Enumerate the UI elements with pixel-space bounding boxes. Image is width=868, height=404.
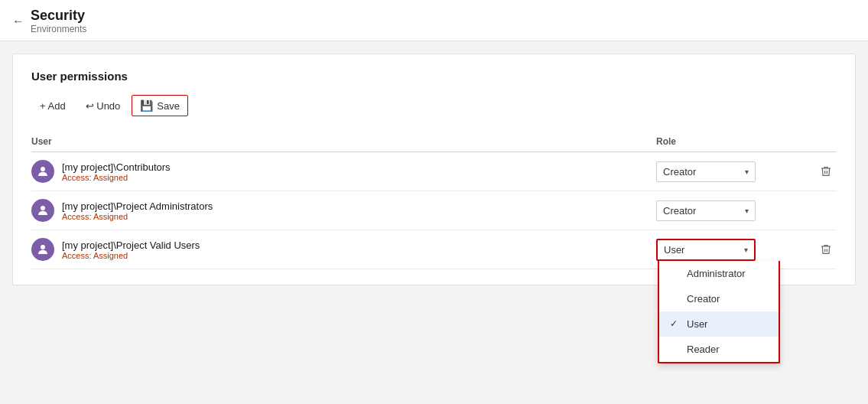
toolbar: + Add ↩ Undo 💾 Save	[31, 95, 837, 116]
undo-label: ↩ Undo	[86, 100, 121, 112]
dropdown-item-creator[interactable]: Creator	[659, 286, 779, 311]
chevron-down-icon: ▾	[744, 246, 748, 254]
role-cell: Creator ▾	[656, 161, 809, 182]
save-icon: 💾	[140, 99, 153, 112]
check-icon: ✓	[670, 318, 681, 329]
save-label: Save	[157, 100, 180, 112]
table-row: [my project]\Project Administrators Acce…	[31, 191, 837, 230]
delete-button-1[interactable]	[815, 161, 837, 182]
user-cell: [my project]\Project Administrators Acce…	[31, 199, 656, 222]
user-access: Access: Assigned	[62, 173, 171, 182]
header-text: Security Environments	[31, 8, 86, 34]
add-button[interactable]: + Add	[31, 96, 74, 116]
chevron-down-icon: ▾	[745, 207, 749, 215]
dropdown-option-label: Creator	[687, 293, 720, 305]
col-role-header: Role	[656, 136, 809, 147]
dropdown-item-administrator[interactable]: Administrator	[659, 261, 779, 286]
col-user-header: User	[31, 136, 656, 147]
main-content: User permissions + Add ↩ Undo 💾 Save Use…	[12, 54, 856, 285]
dropdown-option-label: Reader	[687, 344, 720, 355]
user-name: [my project]\Contributors	[62, 161, 171, 173]
page-title: Security	[31, 8, 86, 24]
user-name: [my project]\Project Valid Users	[62, 239, 200, 251]
dropdown-item-reader[interactable]: Reader	[659, 337, 779, 362]
add-label: + Add	[40, 100, 66, 112]
user-access: Access: Assigned	[62, 251, 200, 260]
role-value-3: User	[664, 244, 684, 256]
role-cell: User ▾ Administrator Creator ✓ User	[656, 239, 809, 261]
role-value-2: Creator	[663, 205, 696, 217]
page-subtitle: Environments	[31, 24, 86, 34]
user-info: [my project]\Contributors Access: Assign…	[62, 161, 171, 182]
back-button[interactable]: ←	[12, 15, 24, 28]
svg-point-1	[41, 206, 45, 210]
user-access: Access: Assigned	[62, 212, 213, 221]
user-cell: [my project]\Project Valid Users Access:…	[31, 238, 656, 261]
section-title: User permissions	[31, 70, 837, 83]
user-cell: [my project]\Contributors Access: Assign…	[31, 160, 656, 183]
user-info: [my project]\Project Valid Users Access:…	[62, 239, 200, 260]
save-button[interactable]: 💾 Save	[132, 95, 188, 116]
user-name: [my project]\Project Administrators	[62, 200, 213, 212]
chevron-down-icon: ▾	[745, 168, 749, 176]
page-header: ← Security Environments	[0, 0, 868, 41]
role-value-1: Creator	[663, 166, 696, 178]
role-dropdown-menu: Administrator Creator ✓ User Reader	[658, 261, 780, 363]
dropdown-option-label: User	[687, 318, 707, 330]
role-cell: Creator ▾	[656, 200, 809, 221]
avatar	[31, 199, 54, 222]
undo-button[interactable]: ↩ Undo	[77, 96, 129, 116]
table-row: [my project]\Project Valid Users Access:…	[31, 230, 837, 269]
svg-point-2	[41, 245, 45, 249]
avatar	[31, 160, 54, 183]
table-row: [my project]\Contributors Access: Assign…	[31, 152, 837, 191]
table-header: User Role	[31, 132, 837, 152]
dropdown-option-label: Administrator	[687, 268, 746, 279]
dropdown-item-user[interactable]: ✓ User	[659, 311, 779, 337]
role-dropdown-3[interactable]: User ▾	[656, 239, 756, 261]
role-dropdown-1[interactable]: Creator ▾	[656, 161, 756, 182]
user-info: [my project]\Project Administrators Acce…	[62, 200, 213, 221]
delete-button-3[interactable]	[815, 239, 837, 260]
svg-point-0	[41, 167, 45, 171]
avatar	[31, 238, 54, 261]
role-dropdown-2[interactable]: Creator ▾	[656, 200, 756, 221]
